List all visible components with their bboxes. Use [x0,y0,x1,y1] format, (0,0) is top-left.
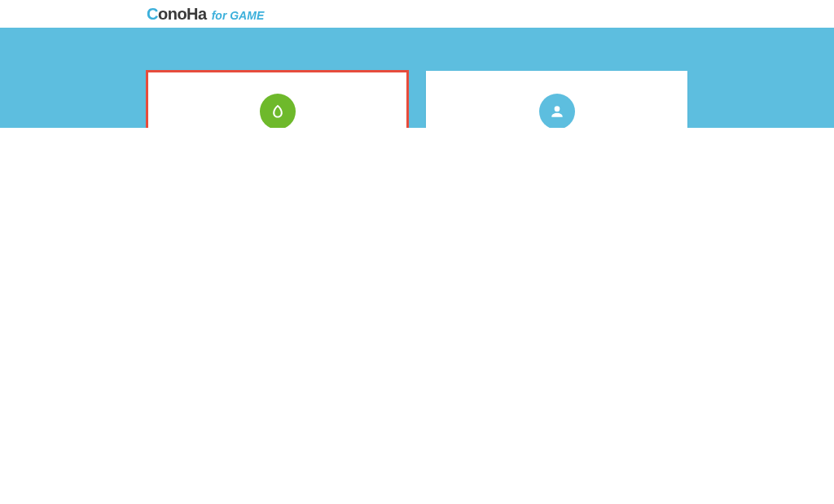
person-icon [549,103,565,120]
existinguser-icon [539,94,575,128]
login-card: ConoHaアカウントをお持ちの方 メールアドレス パスワード パスワードを忘れ… [426,71,687,128]
newuser-icon [260,94,296,128]
leaf-icon [270,103,286,120]
header-bar: ConoHa for GAME [0,0,834,28]
brand-name: ConoHa [147,5,207,24]
brand-logo: ConoHa for GAME [147,5,264,24]
brand-suffix: for GAME [212,9,265,22]
signup-card: 初めてご利用の方 メールアドレス コピー＆ペーストせずにもう一度メールアドレスを… [147,71,408,128]
